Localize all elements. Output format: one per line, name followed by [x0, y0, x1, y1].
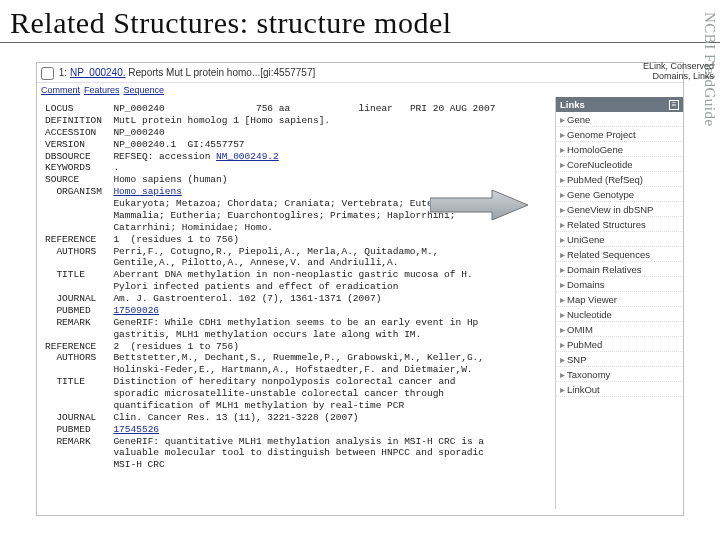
chevron-right-icon: ▸ [560, 204, 565, 215]
sidebar-item[interactable]: ▸HomoloGene [556, 142, 683, 157]
sidebar-item[interactable]: ▸Map Viewer [556, 292, 683, 307]
sidebar-item[interactable]: ▸LinkOut [556, 382, 683, 397]
chevron-right-icon: ▸ [560, 129, 565, 140]
chevron-right-icon: ▸ [560, 174, 565, 185]
reports-label: Reports [128, 67, 163, 78]
header-index: 1: [59, 67, 67, 78]
tab-sequence[interactable]: Sequence [124, 85, 165, 95]
sidebar-item[interactable]: ▸Nucleotide [556, 307, 683, 322]
record-header: 1: NP_000240. Reports Mut L protein homo… [37, 63, 683, 83]
chevron-right-icon: ▸ [560, 324, 565, 335]
header-summary: Mut L protein homo...[gi:4557757] [166, 67, 315, 78]
organism-link[interactable]: Homo sapiens [113, 186, 181, 197]
chevron-right-icon: ▸ [560, 384, 565, 395]
sidebar-item[interactable]: ▸SNP [556, 352, 683, 367]
flatfile-record: LOCUS NP_000240 756 aa linear PRI 20 AUG… [37, 97, 555, 509]
chevron-right-icon: ▸ [560, 354, 565, 365]
sidebar-item[interactable]: ▸Taxonomy [556, 367, 683, 382]
view-tabs: Comment Features Sequence [37, 83, 683, 97]
chevron-right-icon: ▸ [560, 339, 565, 350]
sidebar-title: Links ≡ [556, 97, 683, 112]
chevron-right-icon: ▸ [560, 234, 565, 245]
chevron-right-icon: ▸ [560, 369, 565, 380]
sidebar-item[interactable]: ▸PubMed [556, 337, 683, 352]
chevron-right-icon: ▸ [560, 249, 565, 260]
sidebar-list: ▸Gene▸Genome Project▸HomoloGene▸CoreNucl… [556, 112, 683, 397]
slide-title: Related Structures: structure model [0, 0, 720, 43]
sidebar-toggle-icon[interactable]: ≡ [669, 100, 679, 110]
sidebar-item[interactable]: ▸Domain Relatives [556, 262, 683, 277]
sidebar-item[interactable]: ▸PubMed (RefSeq) [556, 172, 683, 187]
pubmed-link-2[interactable]: 17545526 [113, 424, 159, 435]
sidebar-item[interactable]: ▸Related Sequences [556, 247, 683, 262]
chevron-right-icon: ▸ [560, 279, 565, 290]
sidebar-item[interactable]: ▸OMIM [556, 322, 683, 337]
tab-features[interactable]: Features [84, 85, 120, 95]
accession-link[interactable]: NP_000240. [70, 67, 126, 78]
sidebar-item[interactable]: ▸Related Structures [556, 217, 683, 232]
select-checkbox[interactable] [41, 67, 54, 80]
sidebar-item[interactable]: ▸Gene [556, 112, 683, 127]
sidebar-item[interactable]: ▸Domains [556, 277, 683, 292]
chevron-right-icon: ▸ [560, 144, 565, 155]
chevron-right-icon: ▸ [560, 294, 565, 305]
pubmed-link-1[interactable]: 17509026 [113, 305, 159, 316]
chevron-right-icon: ▸ [560, 309, 565, 320]
sidebar-item[interactable]: ▸Genome Project [556, 127, 683, 142]
record-panel: 1: NP_000240. Reports Mut L protein homo… [36, 62, 684, 516]
links-sidebar: Links ≡ ▸Gene▸Genome Project▸HomoloGene▸… [555, 97, 683, 509]
sidebar-item[interactable]: ▸Gene Genotype [556, 187, 683, 202]
chevron-right-icon: ▸ [560, 219, 565, 230]
chevron-right-icon: ▸ [560, 264, 565, 275]
sidebar-item[interactable]: ▸CoreNucleotide [556, 157, 683, 172]
chevron-right-icon: ▸ [560, 159, 565, 170]
dbsource-link[interactable]: NM_000249.2 [216, 151, 279, 162]
elink-box: ELink, Conserved Domains, Links [643, 62, 714, 82]
sidebar-item[interactable]: ▸GeneView in dbSNP [556, 202, 683, 217]
sidebar-item[interactable]: ▸UniGene [556, 232, 683, 247]
chevron-right-icon: ▸ [560, 189, 565, 200]
chevron-right-icon: ▸ [560, 114, 565, 125]
tab-comment[interactable]: Comment [41, 85, 80, 95]
